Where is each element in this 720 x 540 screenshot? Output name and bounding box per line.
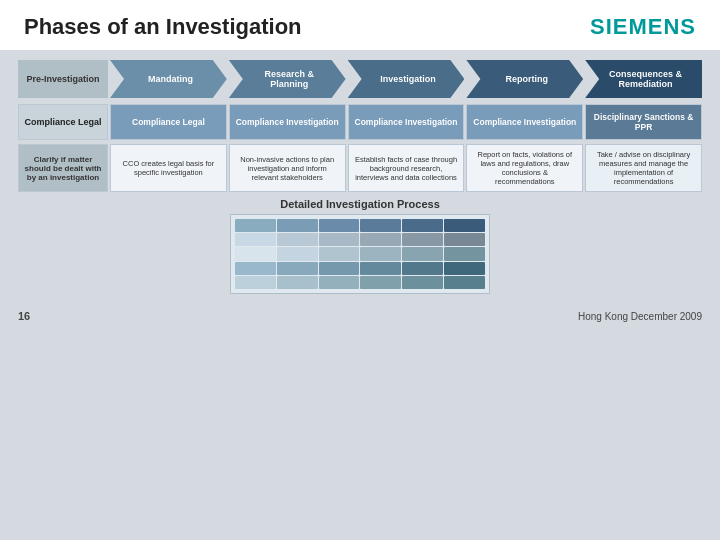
mini-cell xyxy=(444,262,485,275)
row2-cell-4: Report on facts, violations of laws and … xyxy=(466,144,583,192)
phase-arrows-row: Pre-Investigation Mandating Research & P… xyxy=(18,60,702,98)
mini-cell xyxy=(277,262,318,275)
phase-reporting: Reporting xyxy=(466,60,583,98)
mini-cell xyxy=(444,276,485,289)
row2-cell-5: Take / advise on disciplinary measures a… xyxy=(585,144,702,192)
detail-image xyxy=(230,214,490,294)
page-title: Phases of an Investigation xyxy=(24,14,302,40)
row2-label: Clarify if matter should be dealt with b… xyxy=(18,144,108,192)
row2-cell-1: CCO creates legal basis for specific inv… xyxy=(110,144,227,192)
detail-image-grid xyxy=(231,215,489,293)
mini-cell xyxy=(235,247,276,260)
page-number: 16 xyxy=(18,310,30,322)
mini-cell xyxy=(277,219,318,232)
mini-cell xyxy=(402,233,443,246)
detail-title: Detailed Investigation Process xyxy=(18,198,702,210)
mini-cell xyxy=(235,219,276,232)
mini-cell xyxy=(402,247,443,260)
mini-cell xyxy=(235,262,276,275)
mini-cell xyxy=(402,262,443,275)
phase-research: Research & Planning xyxy=(229,60,346,98)
phase-pre-investigation: Pre-Investigation xyxy=(18,60,108,98)
mini-cell xyxy=(402,219,443,232)
footer-date: Hong Kong December 2009 xyxy=(578,311,702,322)
mini-cell xyxy=(444,219,485,232)
phase-mandating: Mandating xyxy=(110,60,227,98)
slide-header: Phases of an Investigation SIEMENS xyxy=(0,0,720,50)
mini-cell xyxy=(360,247,401,260)
mini-cell xyxy=(277,247,318,260)
mini-cell xyxy=(319,233,360,246)
mini-cell xyxy=(402,276,443,289)
row1-cell-1: Compliance Legal xyxy=(110,104,227,140)
mini-cell xyxy=(235,233,276,246)
content-area: Pre-Investigation Mandating Research & P… xyxy=(0,50,720,304)
mini-cell xyxy=(277,276,318,289)
mini-cell xyxy=(444,233,485,246)
mini-cell xyxy=(235,276,276,289)
mini-cell xyxy=(360,262,401,275)
mini-cell xyxy=(319,219,360,232)
row2-cell-2: Non-invasive actions to plan investigati… xyxy=(229,144,346,192)
row1-cell-5: Disciplinary Sanctions & PPR xyxy=(585,104,702,140)
mini-cell xyxy=(319,276,360,289)
mini-cell xyxy=(360,233,401,246)
row1-cell-2: Compliance Investigation xyxy=(229,104,346,140)
mini-cell xyxy=(319,262,360,275)
mini-cell xyxy=(360,219,401,232)
table-row-1: Compliance Legal Compliance Legal Compli… xyxy=(18,104,702,140)
phase-consequences: Consequences & Remediation xyxy=(585,60,702,98)
row1-cell-4: Compliance Investigation xyxy=(466,104,583,140)
siemens-logo: SIEMENS xyxy=(590,14,696,40)
mini-cell xyxy=(319,247,360,260)
mini-cell xyxy=(360,276,401,289)
row1-label: Compliance Legal xyxy=(18,104,108,140)
mini-cell xyxy=(444,247,485,260)
slide: Phases of an Investigation SIEMENS Pre-I… xyxy=(0,0,720,540)
table-row-2: Clarify if matter should be dealt with b… xyxy=(18,144,702,192)
footer: 16 Hong Kong December 2009 xyxy=(0,306,720,322)
row1-cell-3: Compliance Investigation xyxy=(348,104,465,140)
phase-investigation: Investigation xyxy=(348,60,465,98)
mini-cell xyxy=(277,233,318,246)
row2-cell-3: Establish facts of case through backgrou… xyxy=(348,144,465,192)
